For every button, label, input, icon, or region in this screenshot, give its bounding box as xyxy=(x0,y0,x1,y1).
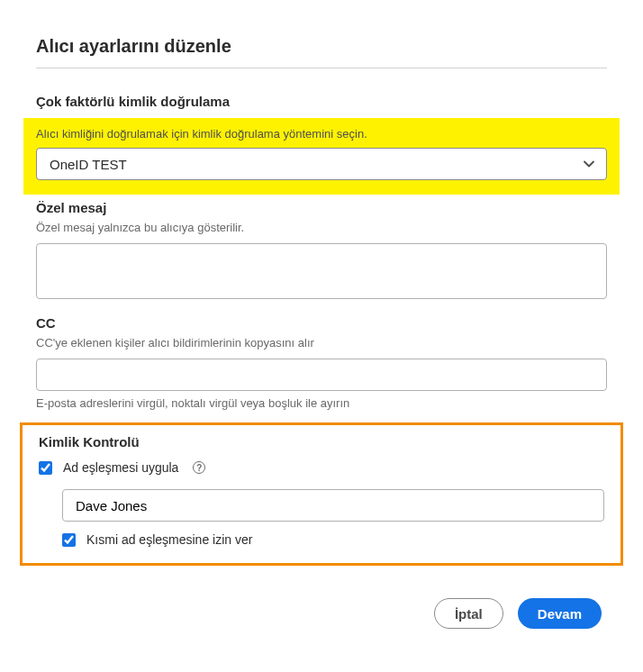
mfa-hint: Alıcı kimliğini doğrulamak için kimlik d… xyxy=(36,127,607,141)
cc-input[interactable] xyxy=(36,359,607,391)
mfa-heading: Çok faktörlü kimlik doğrulama xyxy=(36,94,607,109)
private-message-hint: Özel mesaj yalnızca bu alıcıya gösterili… xyxy=(36,221,607,234)
allow-partial-checkbox[interactable] xyxy=(62,533,76,547)
cc-helper: E-posta adreslerini virgül, noktalı virg… xyxy=(36,396,607,410)
cc-label: CC xyxy=(36,315,607,331)
dialog-title: Alıcı ayarlarını düzenle xyxy=(36,36,607,68)
private-message-section: Özel mesaj Özel mesaj yalnızca bu alıcıy… xyxy=(36,200,607,303)
apply-name-match-row: Ad eşleşmesi uygula ? xyxy=(39,460,604,475)
private-message-input[interactable] xyxy=(36,243,607,299)
private-message-label: Özel mesaj xyxy=(36,200,607,215)
mfa-highlight: Alıcı kimliğini doğrulamak için kimlik d… xyxy=(23,118,620,195)
mfa-method-select[interactable]: OneID TEST xyxy=(36,148,607,180)
mfa-selected-value: OneID TEST xyxy=(50,157,127,172)
allow-partial-row: Kısmi ad eşleşmesine izin ver xyxy=(62,532,604,547)
apply-name-match-label: Ad eşleşmesi uygula xyxy=(63,460,178,475)
cc-hint: CC'ye eklenen kişiler alıcı bildirimleri… xyxy=(36,336,607,350)
identity-check-box: Kimlik Kontrolü Ad eşleşmesi uygula ? Kı… xyxy=(20,422,623,566)
info-icon[interactable]: ? xyxy=(193,461,205,474)
name-match-nested: Kısmi ad eşleşmesine izin ver xyxy=(62,489,604,547)
cancel-button[interactable]: İptal xyxy=(434,598,503,629)
continue-button[interactable]: Devam xyxy=(518,598,602,629)
name-match-input[interactable] xyxy=(62,489,604,522)
allow-partial-label: Kısmi ad eşleşmesine izin ver xyxy=(86,532,252,547)
recipient-settings-dialog: Alıcı ayarlarını düzenle Çok faktörlü ki… xyxy=(18,36,625,629)
chevron-down-icon xyxy=(583,158,595,170)
identity-heading: Kimlik Kontrolü xyxy=(39,434,604,450)
apply-name-match-checkbox[interactable] xyxy=(39,461,52,475)
divider xyxy=(36,68,607,68)
cc-section: CC CC'ye eklenen kişiler alıcı bildiriml… xyxy=(36,315,607,410)
dialog-actions: İptal Devam xyxy=(36,598,607,629)
